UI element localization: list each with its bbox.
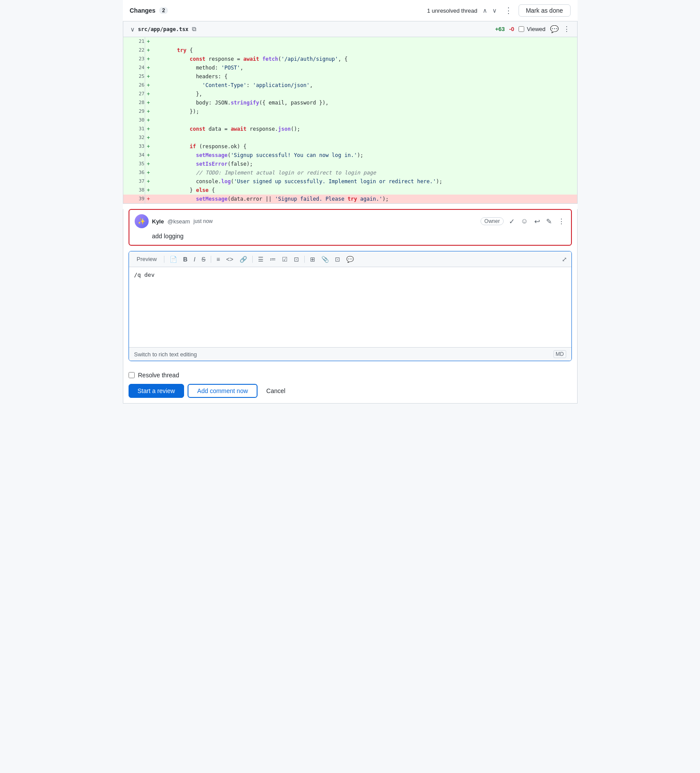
add-comment-now-button[interactable]: Add comment now — [188, 384, 258, 398]
emoji-react-button[interactable]: ☺ — [520, 216, 529, 226]
edit-comment-button[interactable]: ✎ — [545, 216, 553, 226]
line-sign: + — [145, 116, 152, 125]
toolbar-unordered-list-button[interactable]: ☰ — [256, 255, 265, 264]
line-number: 26 — [123, 81, 145, 90]
table-row: 22+ try { — [123, 46, 577, 55]
avatar: ✨ — [135, 214, 149, 228]
toolbar-heading-button[interactable]: ≡ — [215, 255, 222, 264]
resolve-row: Resolve thread — [129, 372, 572, 379]
line-number: 39 — [123, 195, 145, 204]
comment-block: ✨ Kyle @kseam just now Owner ✓ ☺ ↩ ✎ ⋮ a… — [123, 209, 578, 404]
changes-label: Changes — [130, 7, 156, 14]
toolbar-task-list-button[interactable]: ☑ — [280, 255, 289, 264]
line-code — [152, 133, 577, 142]
line-sign: + — [145, 81, 152, 90]
toolbar-strikethrough-button[interactable]: S — [200, 255, 207, 264]
cancel-button[interactable]: Cancel — [261, 385, 291, 397]
comment-kebab-button[interactable]: ⋮ — [557, 216, 566, 226]
table-row: 29+ }); — [123, 107, 577, 116]
line-code: }); — [152, 107, 577, 116]
line-sign: + — [145, 37, 152, 46]
file-comment-button[interactable]: 💬 — [550, 25, 559, 33]
toolbar-link-button[interactable]: 🔗 — [238, 255, 249, 264]
expand-editor-button[interactable]: ⤢ — [562, 256, 567, 263]
table-row: 35+ setIsError(false); — [123, 160, 577, 168]
comment-textarea[interactable]: /q dev — [129, 267, 571, 346]
file-kebab-button[interactable]: ⋮ — [563, 25, 570, 33]
line-sign: + — [145, 98, 152, 107]
copy-path-icon[interactable]: ⧉ — [192, 25, 196, 33]
toolbar-saved-reply-button[interactable]: 💬 — [345, 255, 355, 264]
toolbar-reference-button[interactable]: ⊡ — [333, 255, 342, 264]
line-number: 25 — [123, 72, 145, 81]
toolbar-file-button[interactable]: 📄 — [168, 255, 179, 264]
toolbar-table-button[interactable]: ⊞ — [308, 255, 317, 264]
resolve-thread-checkbox[interactable] — [129, 372, 135, 378]
table-row: 30+ — [123, 116, 577, 125]
line-number: 34 — [123, 151, 145, 160]
nav-up-button[interactable]: ∧ — [481, 6, 489, 15]
start-review-button[interactable]: Start a review — [129, 384, 185, 398]
line-number: 35 — [123, 160, 145, 168]
mark-as-done-button[interactable]: Mark as done — [519, 4, 571, 17]
line-sign: + — [145, 151, 152, 160]
resolve-comment-button[interactable]: ✓ — [508, 216, 515, 226]
top-bar-right: 1 unresolved thread ∧ ∨ ⋮ Mark as done — [427, 4, 571, 17]
editor-wrapper: Preview 📄 B I S ≡ <> 🔗 ☰ ≔ ☑ ⊡ ⊞ 📎 ⊡ 💬 — [129, 251, 572, 361]
table-row: 24+ method: 'POST', — [123, 63, 577, 72]
line-number: 36 — [123, 168, 145, 177]
top-bar-left: Changes 2 — [130, 7, 168, 14]
line-sign: + — [145, 133, 152, 142]
table-row: 27+ }, — [123, 90, 577, 98]
line-code: // TODO: Implement actual login or redir… — [152, 168, 577, 177]
viewed-label: Viewed — [527, 26, 545, 32]
toolbar-separator-4 — [304, 256, 305, 263]
comment-time: just now — [193, 218, 212, 224]
diff-table: 21+22+ try {23+ const response = await f… — [123, 37, 578, 204]
line-number: 31 — [123, 125, 145, 133]
line-number: 38 — [123, 186, 145, 195]
diff-add-stat: +63 — [495, 26, 505, 32]
line-sign: + — [145, 160, 152, 168]
toolbar-separator-1 — [164, 256, 164, 263]
toolbar-ordered-list-button[interactable]: ≔ — [268, 255, 278, 264]
line-code: method: 'POST', — [152, 63, 577, 72]
line-code: headers: { — [152, 72, 577, 81]
owner-badge: Owner — [481, 217, 504, 225]
switch-rich-text-label[interactable]: Switch to rich text editing — [134, 351, 197, 358]
toolbar-mention-button[interactable]: ⊡ — [292, 255, 301, 264]
line-sign: + — [145, 195, 152, 204]
top-kebab-button[interactable]: ⋮ — [502, 5, 515, 16]
preview-tab[interactable]: Preview — [133, 254, 160, 264]
unresolved-thread-label: 1 unresolved thread — [427, 7, 477, 14]
viewed-checkbox-input[interactable] — [519, 26, 524, 32]
table-row: 36+ // TODO: Implement actual login or r… — [123, 168, 577, 177]
editor-toolbar: Preview 📄 B I S ≡ <> 🔗 ☰ ≔ ☑ ⊡ ⊞ 📎 ⊡ 💬 — [129, 251, 571, 267]
nav-down-button[interactable]: ∨ — [491, 6, 498, 15]
viewed-checkbox-label[interactable]: Viewed — [519, 26, 545, 32]
toolbar-separator-2 — [211, 256, 211, 263]
file-toggle-button[interactable]: ∨ — [130, 26, 135, 33]
toolbar-bold-button[interactable]: B — [181, 255, 189, 264]
table-row: 38+ } else { — [123, 186, 577, 195]
line-code: }, — [152, 90, 577, 98]
line-code: setMessage('Signup successful! You can n… — [152, 151, 577, 160]
file-header-right: +63 -0 Viewed 💬 ⋮ — [495, 25, 570, 33]
line-code: body: JSON.stringify({ email, password }… — [152, 98, 577, 107]
line-sign: + — [145, 186, 152, 195]
line-sign: + — [145, 90, 152, 98]
line-number: 33 — [123, 142, 145, 151]
line-number: 24 — [123, 63, 145, 72]
line-sign: + — [145, 168, 152, 177]
line-code: const response = await fetch('/api/auth/… — [152, 55, 577, 63]
table-row: 28+ body: JSON.stringify({ email, passwo… — [123, 98, 577, 107]
line-code — [152, 116, 577, 125]
toolbar-italic-button[interactable]: I — [192, 255, 197, 264]
toolbar-code-button[interactable]: <> — [224, 255, 235, 264]
toolbar-attach-button[interactable]: 📎 — [320, 255, 331, 264]
changes-badge: 2 — [159, 7, 168, 14]
table-row: 23+ const response = await fetch('/api/a… — [123, 55, 577, 63]
reply-button[interactable]: ↩ — [533, 216, 541, 226]
line-sign: + — [145, 63, 152, 72]
comment-thread: ✨ Kyle @kseam just now Owner ✓ ☺ ↩ ✎ ⋮ a… — [129, 209, 572, 246]
